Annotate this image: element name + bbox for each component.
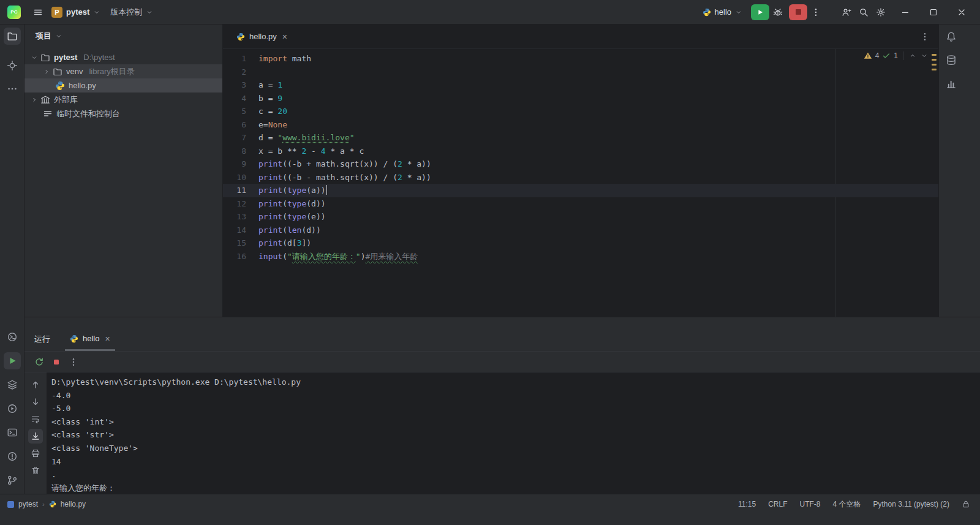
run-panel-header: 运行 hello × [24, 317, 980, 352]
code-line-4[interactable]: 4b = 9 [223, 92, 938, 105]
code-with-me-button[interactable] [838, 4, 855, 21]
tab-options-button[interactable] [920, 32, 930, 42]
run-tab-hello[interactable]: hello × [65, 328, 115, 351]
editor-body[interactable]: 1import math23a = 14b = 95c = 206e=None7… [223, 49, 938, 317]
tool-terminal-button[interactable] [4, 424, 21, 441]
project-widget[interactable]: P pytest [47, 3, 105, 21]
error-stripe[interactable] [930, 49, 938, 317]
code-line-13[interactable]: 13print(type(e)) [223, 210, 938, 224]
up-stacktrace-button[interactable] [28, 377, 43, 392]
rerun-button[interactable] [32, 355, 47, 369]
tool-python-packages-button[interactable] [4, 376, 21, 393]
close-button[interactable] [949, 3, 974, 21]
code-line-1[interactable]: 1import math [223, 52, 938, 66]
tree-item-venv[interactable]: venvlibrary根目录 [24, 64, 222, 78]
stop-icon [796, 9, 801, 15]
breadcrumb-file[interactable]: hello.py [61, 500, 86, 508]
stop-process-button[interactable] [49, 355, 64, 369]
notifications-button[interactable] [943, 28, 960, 45]
console-line-2: -4.0 [51, 389, 980, 402]
code-line-8[interactable]: 8x = b ** 2 - 4 * a * c [223, 145, 938, 158]
stripe-warning-mark[interactable] [932, 64, 937, 66]
project-panel-header[interactable]: 项目 [24, 25, 222, 48]
code-line-14[interactable]: 14print(len(d)) [223, 224, 938, 237]
console-line-9: 请输入您的年龄： [51, 482, 980, 494]
scroll-to-end-button[interactable] [28, 429, 43, 444]
search-everywhere-button[interactable] [855, 4, 872, 21]
clear-console-button[interactable] [28, 463, 43, 478]
prev-problem-button[interactable] [908, 51, 917, 60]
stop-button[interactable] [789, 4, 807, 20]
tree-item-临时文件和控制台[interactable]: 临时文件和控制台 [24, 107, 222, 121]
tree-item-pytest[interactable]: pytestD:\pytest [24, 50, 222, 64]
project-panel: 项目 pytestD:\pytestvenvlibrary根目录hello.py… [24, 25, 223, 317]
tool-run-button[interactable] [4, 352, 21, 369]
code-line-9[interactable]: 9print((-b + math.sqrt(x)) / (2 * a)) [223, 157, 938, 171]
run-config-selector[interactable]: hello [698, 3, 747, 21]
python-console-icon [7, 331, 18, 342]
statusbar-item-1[interactable]: 11:15 [738, 500, 756, 508]
code-line-10[interactable]: 10print((-b - math.sqrt(x)) / (2 * a)) [223, 171, 938, 184]
code-line-6[interactable]: 6e=None [223, 118, 938, 132]
code-line-5[interactable]: 5c = 20 [223, 105, 938, 118]
console-line-7: 14 [51, 455, 980, 469]
down-stacktrace-button[interactable] [28, 395, 43, 409]
debug-button[interactable] [769, 4, 786, 21]
passed-count: 1 [894, 51, 898, 60]
tree-item-label: hello.py [69, 81, 96, 90]
tree-item-外部库[interactable]: 外部库 [24, 93, 222, 107]
console-line-6: <class 'NoneType'> [51, 442, 980, 455]
stripe-warning-mark[interactable] [932, 69, 937, 70]
tab-close-icon[interactable]: × [282, 32, 287, 42]
tool-commit-button[interactable] [4, 57, 21, 74]
more-tool-windows-button[interactable] [4, 80, 21, 97]
code-line-15[interactable]: 15print(d[3]) [223, 236, 938, 250]
code-line-11[interactable]: 11print(type(a)) [223, 184, 938, 197]
code-line-2[interactable]: 2 [223, 66, 938, 79]
code-line-16[interactable]: 16input("请输入您的年龄：")#用来输入年龄 [223, 250, 938, 263]
more-actions-button[interactable] [807, 4, 824, 21]
code-line-12[interactable]: 12print(type(d)) [223, 197, 938, 211]
tool-plots-button[interactable] [943, 75, 960, 93]
tool-python-console-button[interactable] [4, 328, 21, 346]
run-icon [756, 9, 764, 16]
next-problem-button[interactable] [920, 51, 929, 60]
soft-wrap-icon [31, 414, 40, 424]
line-number: 1 [223, 52, 254, 66]
statusbar-item-4[interactable]: 4 个空格 [832, 499, 861, 510]
tree-item-hello.py[interactable]: hello.py [24, 78, 222, 93]
vcs-widget[interactable]: 版本控制 [105, 3, 158, 21]
code-line-3[interactable]: 3a = 1 [223, 78, 938, 92]
arrow-down-icon [31, 397, 40, 407]
tool-project-button[interactable] [4, 28, 21, 45]
line-number: 14 [223, 224, 254, 237]
stripe-warning-mark[interactable] [932, 54, 937, 56]
tool-problems-button[interactable] [4, 448, 21, 465]
tab-close-icon[interactable]: × [105, 334, 110, 344]
soft-wrap-button[interactable] [28, 412, 43, 426]
minimize-button[interactable] [893, 3, 918, 21]
tool-services-button[interactable] [4, 400, 21, 417]
statusbar-item-2[interactable]: CRLF [768, 500, 787, 508]
stripe-warning-mark[interactable] [932, 59, 937, 61]
statusbar-item-5[interactable]: Python 3.11 (pytest) (2) [873, 500, 950, 508]
main-menu-button[interactable] [29, 4, 47, 21]
close-icon [957, 7, 967, 17]
settings-button[interactable] [872, 4, 889, 21]
console-output[interactable]: D:\pytest\venv\Scripts\python.exe D:\pyt… [47, 372, 980, 494]
print-button[interactable] [28, 446, 43, 461]
maximize-button[interactable] [921, 3, 946, 21]
inspections-widget[interactable]: 4 1 [864, 51, 929, 60]
lock-icon[interactable] [962, 500, 970, 508]
scroll-to-end-icon [31, 431, 40, 441]
tool-database-button[interactable] [943, 51, 960, 69]
code-line-7[interactable]: 7d = "www.bidii.love" [223, 131, 938, 145]
breadcrumb-project[interactable]: pytest [18, 500, 38, 508]
maximize-icon [929, 7, 938, 17]
run-button[interactable] [751, 4, 769, 20]
run-more-options-button[interactable] [66, 355, 81, 369]
tool-version-control-button[interactable] [4, 472, 21, 489]
editor-tab-hello-py[interactable]: hello.py × [230, 25, 293, 48]
statusbar-item-3[interactable]: UTF-8 [799, 500, 820, 508]
run-panel-title: 运行 [34, 328, 50, 351]
